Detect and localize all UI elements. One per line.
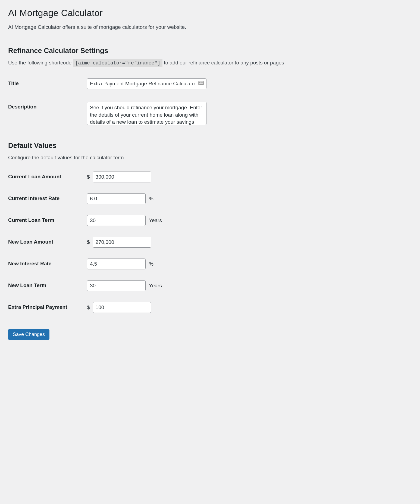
page-intro: AI Mortgage Calculator offers a suite of…	[8, 24, 412, 30]
years-suffix: Years	[149, 283, 162, 289]
default-values-heading: Default Values	[8, 141, 412, 150]
new-loan-term-input[interactable]	[87, 280, 146, 291]
extra-principal-payment-input[interactable]	[93, 302, 151, 313]
dollar-prefix: $	[87, 174, 90, 180]
current-loan-term-label: Current Loan Term	[8, 215, 87, 223]
default-values-desc: Configure the default values for the cal…	[8, 155, 412, 161]
percent-suffix: %	[149, 261, 153, 267]
new-loan-amount-input[interactable]	[93, 237, 151, 248]
new-loan-amount-label: New Loan Amount	[8, 237, 87, 245]
dollar-prefix: $	[87, 239, 90, 245]
title-label: Title	[8, 78, 87, 86]
refinance-desc-post: to add our refinance calculator to any p…	[164, 60, 284, 66]
current-interest-rate-input[interactable]	[87, 193, 146, 204]
new-interest-rate-input[interactable]	[87, 259, 146, 269]
refinance-shortcode: [aimc calculator="refinance"]	[73, 59, 162, 67]
new-interest-rate-label: New Interest Rate	[8, 259, 87, 267]
current-loan-amount-label: Current Loan Amount	[8, 172, 87, 180]
current-loan-term-input[interactable]	[87, 215, 146, 226]
title-input[interactable]	[87, 78, 206, 89]
years-suffix: Years	[149, 217, 162, 223]
save-changes-button[interactable]: Save Changes	[8, 329, 49, 340]
extra-principal-payment-label: Extra Principal Payment	[8, 302, 87, 310]
new-loan-term-label: New Loan Term	[8, 280, 87, 288]
page-title: AI Mortgage Calculator	[8, 8, 412, 18]
percent-suffix: %	[149, 196, 153, 202]
dollar-prefix: $	[87, 304, 90, 310]
current-interest-rate-label: Current Interest Rate	[8, 193, 87, 201]
refinance-desc-pre: Use the following shortcode	[8, 60, 73, 66]
description-label: Description	[8, 102, 87, 110]
current-loan-amount-input[interactable]	[93, 172, 151, 182]
refinance-settings-desc: Use the following shortcode [aimc calcul…	[8, 60, 412, 66]
description-textarea[interactable]	[87, 102, 206, 125]
refinance-settings-heading: Refinance Calculator Settings	[8, 46, 412, 55]
